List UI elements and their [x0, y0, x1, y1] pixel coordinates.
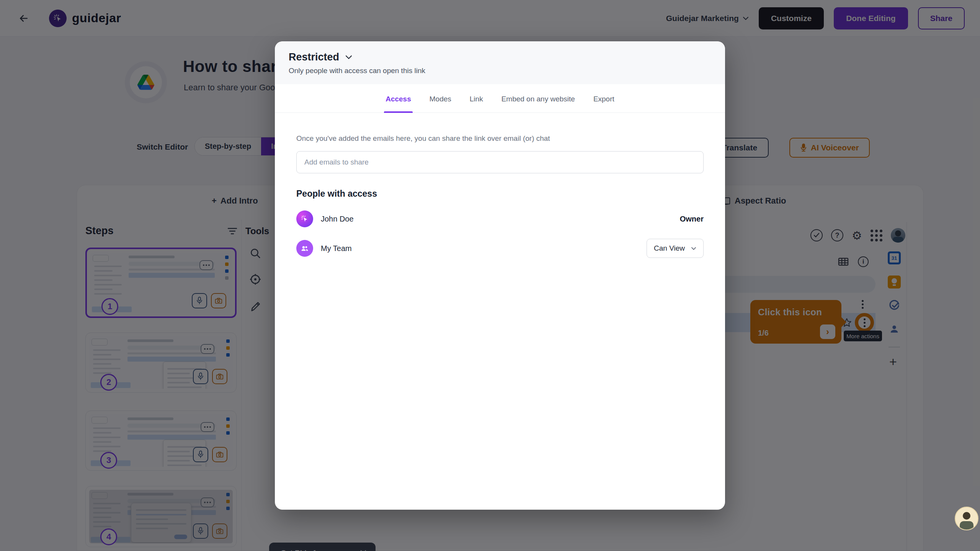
- person-row-team: My Team Can View: [296, 239, 704, 258]
- tab-link[interactable]: Link: [470, 95, 483, 112]
- add-emails-input[interactable]: [296, 151, 704, 173]
- visibility-selector[interactable]: Restricted: [289, 51, 711, 63]
- team-avatar-people-icon: [296, 240, 313, 257]
- person-name: John Doe: [321, 215, 354, 223]
- share-modal-tabs: Access Modes Link Embed on any website E…: [275, 84, 725, 113]
- tab-modes[interactable]: Modes: [430, 95, 451, 112]
- visibility-label: Restricted: [289, 51, 339, 63]
- tab-access[interactable]: Access: [385, 95, 411, 112]
- share-modal-header: Restricted Only people with access can o…: [275, 41, 725, 84]
- app-root: guidejar Guidejar Marketing Customize Do…: [0, 0, 980, 551]
- help-widget-button[interactable]: [955, 507, 978, 530]
- role-dropdown[interactable]: Can View: [647, 239, 704, 258]
- share-modal-body: Once you've added the emails here, you c…: [275, 113, 725, 258]
- role-dropdown-value: Can View: [654, 244, 685, 253]
- visibility-description: Only people with access can open this li…: [289, 67, 711, 75]
- owner-avatar-cursor-icon: [296, 210, 313, 227]
- tab-export[interactable]: Export: [593, 95, 614, 112]
- tab-embed[interactable]: Embed on any website: [501, 95, 575, 112]
- person-name: My Team: [321, 244, 352, 253]
- chevron-down-icon: [345, 55, 352, 59]
- person-row-owner: John Doe Owner: [296, 210, 704, 227]
- share-modal: Restricted Only people with access can o…: [275, 41, 725, 510]
- people-with-access-heading: People with access: [296, 189, 704, 199]
- share-hint-text: Once you've added the emails here, you c…: [296, 134, 704, 143]
- owner-role-label: Owner: [680, 215, 704, 223]
- chevron-down-icon: [691, 247, 696, 250]
